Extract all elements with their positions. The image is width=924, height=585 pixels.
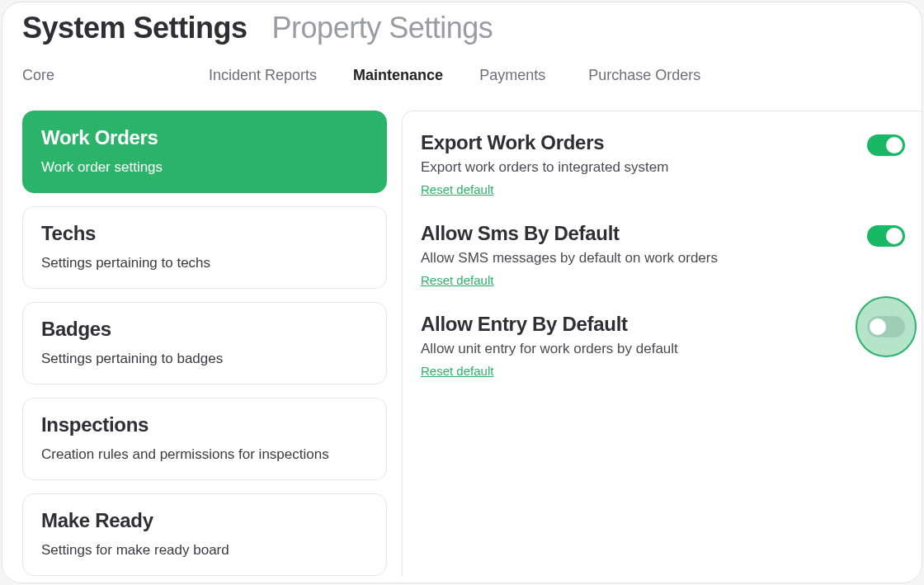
toggle-knob [886, 137, 903, 153]
sidebar-item-title: Inspections [41, 413, 368, 436]
tab-core[interactable]: Core [22, 67, 54, 84]
tab-maintenance[interactable]: Maintenance [353, 67, 443, 84]
sidebar-item-title: Badges [41, 318, 368, 341]
tab-payments[interactable]: Payments [479, 67, 545, 84]
settings-panel: Export Work Orders Export work orders to… [402, 111, 922, 576]
tab-incident-reports[interactable]: Incident Reports [209, 67, 317, 84]
page-title-system[interactable]: System Settings [22, 11, 248, 45]
setting-description: Allow SMS messages by default on work or… [421, 250, 718, 267]
toggle-allow-sms[interactable] [867, 225, 905, 247]
sidebar-item-subtitle: Settings pertaining to badges [41, 351, 368, 367]
header: System Settings Property Settings Core I… [2, 2, 922, 102]
sidebar-item-badges[interactable]: Badges Settings pertaining to badges [22, 302, 387, 384]
reset-default-link[interactable]: Reset default [421, 182, 493, 196]
settings-sidebar: Work Orders Work order settings Techs Se… [22, 111, 387, 576]
reset-default-link[interactable]: Reset default [421, 364, 493, 378]
sidebar-item-title: Make Ready [41, 509, 368, 532]
page-title-property[interactable]: Property Settings [272, 11, 493, 45]
toggle-knob [870, 318, 886, 335]
sidebar-item-inspections[interactable]: Inspections Creation rules and permissio… [22, 398, 387, 480]
settings-window: System Settings Property Settings Core I… [2, 2, 922, 583]
setting-description: Export work orders to integrated system [421, 159, 668, 176]
setting-title: Allow Sms By Default [421, 222, 718, 245]
sidebar-item-title: Techs [41, 222, 368, 245]
setting-export-work-orders: Export Work Orders Export work orders to… [421, 128, 905, 219]
sidebar-item-title: Work Orders [41, 126, 368, 149]
sidebar-item-subtitle: Settings pertaining to techs [41, 255, 368, 271]
toggle-knob [886, 228, 903, 244]
content-area: Work Orders Work order settings Techs Se… [2, 102, 922, 576]
setting-title: Export Work Orders [421, 131, 668, 154]
main-tabs: Core Incident Reports Maintenance Paymen… [22, 67, 902, 94]
tab-purchase-orders[interactable]: Purchase Orders [588, 67, 700, 84]
sidebar-item-work-orders[interactable]: Work Orders Work order settings [22, 111, 387, 193]
setting-title: Allow Entry By Default [421, 313, 678, 336]
setting-allow-entry-by-default: Allow Entry By Default Allow unit entry … [421, 309, 905, 400]
sidebar-item-make-ready[interactable]: Make Ready Settings for make ready board [22, 493, 387, 576]
sidebar-item-subtitle: Settings for make ready board [41, 542, 368, 559]
sidebar-item-subtitle: Creation rules and permissions for inspe… [41, 446, 368, 463]
sidebar-item-techs[interactable]: Techs Settings pertaining to techs [22, 206, 387, 289]
sidebar-item-subtitle: Work order settings [41, 159, 368, 176]
setting-description: Allow unit entry for work orders by defa… [421, 341, 678, 357]
reset-default-link[interactable]: Reset default [421, 273, 493, 287]
toggle-allow-entry[interactable] [867, 316, 905, 337]
toggle-export-work-orders[interactable] [867, 134, 905, 156]
setting-allow-sms-by-default: Allow Sms By Default Allow SMS messages … [421, 219, 905, 309]
